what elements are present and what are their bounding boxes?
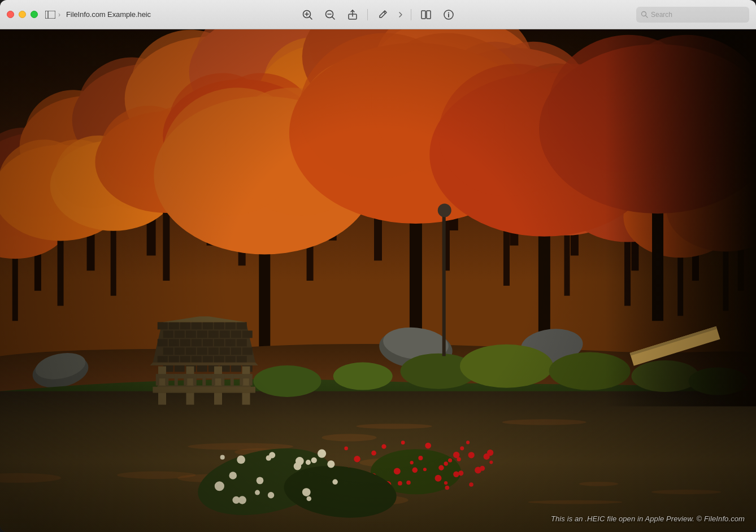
search-input[interactable]	[651, 11, 745, 19]
toolbar-divider-2	[411, 9, 411, 20]
svg-rect-0	[45, 11, 55, 19]
sidebar-toggle-button[interactable]	[45, 9, 56, 20]
pages-button[interactable]	[417, 6, 435, 24]
back-chevron-icon[interactable]: ›	[58, 11, 60, 19]
preview-window: › FileInfo.com Example.heic	[0, 0, 756, 532]
titlebar: › FileInfo.com Example.heic	[0, 0, 756, 29]
preview-canvas	[0, 29, 756, 532]
svg-rect-11	[422, 11, 425, 19]
traffic-lights	[7, 11, 38, 18]
toolbar-tools	[298, 6, 458, 24]
window-title: FileInfo.com Example.heic	[66, 10, 151, 19]
watermark-text: This is an .HEIC file open in Apple Prev…	[551, 514, 745, 523]
image-area: This is an .HEIC file open in Apple Prev…	[0, 29, 756, 532]
zoom-in-button[interactable]	[298, 6, 316, 24]
maximize-button[interactable]	[31, 11, 38, 18]
svg-line-3	[310, 16, 312, 19]
minimize-button[interactable]	[19, 11, 26, 18]
svg-line-10	[384, 12, 385, 14]
search-icon	[641, 11, 648, 18]
svg-point-15	[448, 12, 449, 13]
close-button[interactable]	[7, 11, 14, 18]
zoom-out-button[interactable]	[321, 6, 339, 24]
toolbar-divider	[367, 9, 368, 20]
share-button[interactable]	[344, 6, 362, 24]
markup-chevron-button[interactable]	[396, 6, 405, 24]
svg-line-7	[332, 16, 335, 19]
svg-line-17	[646, 16, 648, 18]
info-button[interactable]	[440, 6, 458, 24]
markup-button[interactable]	[373, 6, 392, 24]
svg-rect-12	[427, 11, 431, 19]
search-bar[interactable]	[636, 7, 749, 23]
